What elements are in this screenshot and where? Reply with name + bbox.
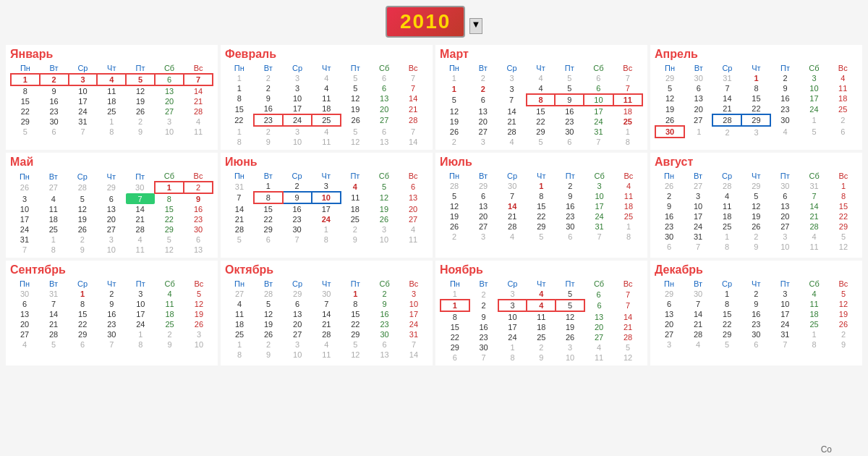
calendar-day[interactable]: 3 [283,73,312,83]
calendar-day[interactable]: 2 [283,181,312,192]
calendar-day[interactable]: 18 [155,309,184,319]
calendar-day[interactable]: 4 [498,137,527,147]
calendar-day[interactable]: 5 [712,339,741,350]
calendar-day[interactable]: 16 [184,204,213,214]
calendar-day[interactable]: 18 [828,93,857,104]
calendar-day[interactable]: 4 [527,289,556,300]
calendar-day[interactable]: 4 [126,235,155,245]
calendar-day[interactable]: 22 [741,104,770,114]
calendar-day[interactable]: 27 [770,221,799,232]
calendar-day[interactable]: 21 [684,319,712,329]
calendar-day[interactable]: 2 [254,339,283,350]
calendar-day[interactable]: 8 [126,339,155,350]
calendar-day[interactable]: 11 [341,192,370,203]
calendar-day[interactable]: 21 [712,104,741,114]
calendar-day[interactable]: 12 [370,192,399,203]
calendar-day[interactable]: 9 [341,235,370,245]
calendar-day[interactable]: 25 [613,117,642,127]
calendar-day[interactable]: 29 [155,224,184,235]
calendar-day[interactable]: 2 [184,182,213,193]
calendar-day[interactable]: 23 [254,114,283,126]
calendar-day[interactable]: 23 [469,332,498,342]
calendar-day[interactable]: 31 [799,181,829,191]
calendar-day[interactable]: 1 [225,339,254,350]
calendar-day[interactable]: 3 [584,181,614,191]
calendar-day[interactable]: 14 [684,309,712,319]
calendar-day[interactable]: 10 [184,339,213,350]
calendar-day[interactable]: 28 [68,182,97,193]
calendar-day[interactable]: 3 [498,73,527,83]
calendar-day[interactable]: 6 [441,352,469,363]
calendar-day[interactable]: 19 [829,309,858,319]
calendar-day[interactable]: 7 [498,191,527,201]
calendar-day[interactable]: 8 [829,191,858,201]
calendar-day[interactable]: 2 [341,224,370,235]
calendar-day[interactable]: 10 [556,352,584,363]
calendar-day[interactable]: 4 [97,74,126,85]
calendar-day[interactable]: 24 [126,319,155,329]
calendar-day[interactable]: 30 [97,329,126,339]
calendar-day[interactable]: 24 [69,106,98,117]
calendar-day[interactable]: 14 [498,201,527,211]
calendar-day[interactable]: 10 [399,299,428,309]
calendar-day[interactable]: 5 [613,342,642,352]
calendar-day[interactable]: 30 [770,181,799,191]
calendar-day[interactable]: 18 [799,309,829,319]
calendar-day[interactable]: 17 [584,201,614,211]
calendar-day[interactable]: 9 [97,299,126,309]
calendar-day[interactable]: 17 [584,106,613,117]
calendar-day[interactable]: 30 [126,182,155,193]
calendar-day[interactable]: 10 [69,85,98,96]
calendar-day[interactable]: 16 [254,104,283,114]
calendar-day[interactable]: 10 [283,137,312,147]
calendar-day[interactable]: 26 [370,214,399,224]
calendar-day[interactable]: 3 [399,289,428,299]
calendar-day[interactable]: 3 [283,339,312,350]
calendar-day[interactable]: 3 [741,126,770,138]
calendar-day[interactable]: 15 [441,322,469,332]
calendar-day[interactable]: 24 [684,221,712,232]
calendar-day[interactable]: 30 [283,224,312,235]
calendar-day[interactable]: 22 [225,114,254,126]
calendar-day[interactable]: 9 [184,193,213,204]
calendar-day[interactable]: 12 [829,242,858,252]
calendar-day[interactable]: 1 [441,289,469,300]
calendar-day[interactable]: 5 [527,232,556,242]
calendar-day[interactable]: 4 [684,339,712,350]
calendar-day[interactable]: 7 [283,235,312,245]
calendar-day[interactable]: 3 [498,289,527,300]
calendar-day[interactable]: 20 [10,319,39,329]
calendar-day[interactable]: 26 [10,182,39,193]
calendar-day[interactable]: 3 [799,73,828,83]
calendar-day[interactable]: 31 [712,73,741,83]
calendar-day[interactable]: 8 [799,339,829,350]
calendar-day[interactable]: 4 [770,126,799,138]
calendar-day[interactable]: 30 [184,224,213,235]
calendar-day[interactable]: 1 [712,289,741,299]
calendar-day[interactable]: 1 [11,74,40,85]
calendar-day[interactable]: 12 [440,106,469,117]
calendar-day[interactable]: 1 [254,181,283,192]
calendar-day[interactable]: 10 [155,127,184,137]
calendar-day[interactable]: 6 [655,242,684,252]
calendar-day[interactable]: 2 [68,235,97,245]
calendar-day[interactable]: 5 [440,191,469,201]
calendar-day[interactable]: 26 [341,114,370,126]
calendar-day[interactable]: 6 [68,339,97,350]
calendar-day[interactable]: 7 [225,192,254,203]
calendar-day[interactable]: 14 [399,137,427,147]
calendar-day[interactable]: 7 [10,245,39,255]
calendar-day[interactable]: 25 [97,106,126,117]
calendar-day[interactable]: 26 [655,114,684,126]
calendar-day[interactable]: 6 [770,191,799,201]
calendar-day[interactable]: 29 [712,329,741,339]
calendar-day[interactable]: 5 [556,289,584,300]
calendar-day[interactable]: 23 [370,319,399,329]
calendar-day[interactable]: 6 [584,83,613,94]
calendar-day[interactable]: 22 [155,214,184,224]
calendar-day[interactable]: 30 [370,329,399,339]
calendar-day[interactable]: 8 [498,352,527,363]
calendar-day[interactable]: 29 [254,224,283,235]
calendar-day[interactable]: 29 [527,127,556,137]
calendar-day[interactable]: 21 [799,211,829,221]
